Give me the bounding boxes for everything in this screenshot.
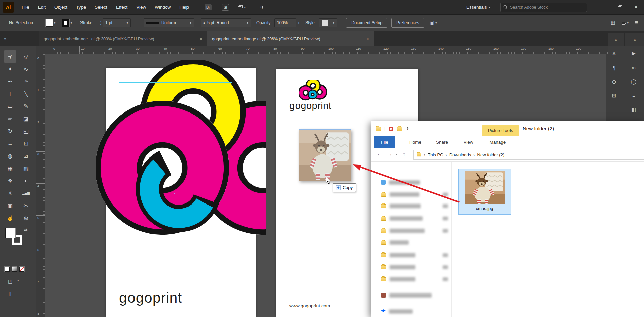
ribbon-tab-home[interactable]: Home xyxy=(405,136,426,148)
sidebar-item-2[interactable] xyxy=(381,204,448,208)
brush-definition-dropdown[interactable]: ● 5 pt. Round ▾ xyxy=(201,18,251,27)
gogoprint-logo-artwork-large[interactable] xyxy=(96,60,266,317)
breadcrumb-new-folder-(2)[interactable]: New folder (2) xyxy=(477,152,505,157)
sidebar-item-9[interactable] xyxy=(381,293,448,298)
breadcrumb-downloads[interactable]: Downloads xyxy=(449,152,471,157)
sidebar-item-1[interactable] xyxy=(381,192,448,197)
tool-mesh[interactable]: ▦ xyxy=(4,162,16,175)
sidebar-item-5[interactable] xyxy=(381,240,448,245)
stroke-weight-stepper[interactable]: ▴ ▾ xyxy=(100,20,102,25)
tool-hand[interactable]: ☝ xyxy=(4,212,16,224)
illustrator-app-icon[interactable]: Ai xyxy=(3,2,14,13)
tool-free-transform[interactable]: ⊡ xyxy=(20,137,32,150)
gradient-panel[interactable]: ◧ xyxy=(623,103,644,117)
menu-object[interactable]: Object xyxy=(50,0,72,15)
arrange-documents-icon[interactable]: ▾ xyxy=(238,5,246,9)
sidebar-item-4[interactable] xyxy=(381,229,448,233)
gradient-mode-button[interactable] xyxy=(12,267,17,272)
recent-locations-icon[interactable]: ▾ xyxy=(396,153,397,156)
qat-icon-red[interactable] xyxy=(389,127,393,131)
bridge-icon[interactable]: Br xyxy=(205,4,212,10)
tool-perspective-grid[interactable]: ⊿ xyxy=(20,150,32,162)
tool-selection[interactable]: ➤ xyxy=(4,50,16,63)
minimize-button[interactable]: — xyxy=(596,0,612,15)
menu-edit[interactable]: Edit xyxy=(34,0,50,15)
tool-magic-wand[interactable]: ✦ xyxy=(4,63,16,75)
sidebar-item-3[interactable] xyxy=(381,216,448,221)
color-panel[interactable]: ◒ xyxy=(623,89,644,103)
brand-wordmark-small[interactable]: gogoprint xyxy=(289,101,331,111)
file-item-xmas[interactable]: xmas.jpg xyxy=(458,169,511,215)
up-icon[interactable]: ↑ xyxy=(402,151,405,157)
close-button[interactable]: × xyxy=(628,0,644,15)
screen-mode-button[interactable]: ▯ xyxy=(9,291,11,296)
tool-lasso[interactable]: ∿ xyxy=(20,63,32,75)
tool-eraser[interactable]: ◪ xyxy=(20,112,32,125)
tool-slice[interactable]: ✂ xyxy=(20,199,32,212)
align-options-dropdown[interactable]: ▣ ▾ xyxy=(430,20,437,26)
menu-type[interactable]: Type xyxy=(72,0,90,15)
menu-effect[interactable]: Effect xyxy=(112,0,132,15)
tool-eyedropper[interactable]: ❖ xyxy=(4,175,16,187)
opentype-panel[interactable]: O xyxy=(606,75,623,89)
toolbar-collapse-icon[interactable]: « xyxy=(4,36,6,41)
links-panel[interactable]: ∞ xyxy=(623,60,644,75)
tool-type[interactable]: T xyxy=(4,88,16,100)
panel-menu-icon[interactable]: ≡ xyxy=(635,19,638,26)
menu-file[interactable]: File xyxy=(17,0,34,15)
tool-line-segment[interactable]: ╲ xyxy=(20,88,32,100)
ribbon-tab-view[interactable]: View xyxy=(459,136,478,148)
workspace-switcher[interactable]: Essentials ▾ xyxy=(466,5,490,10)
tool-gradient[interactable]: ▨ xyxy=(20,162,32,175)
appearance-panel[interactable]: ◯ xyxy=(623,75,644,89)
opacity-flyout-icon[interactable]: › xyxy=(298,20,299,25)
document-setup-button[interactable]: Document Setup xyxy=(346,18,387,28)
search-input[interactable] xyxy=(510,5,577,10)
tool-column-graph[interactable]: ▂▅▇ xyxy=(20,187,32,199)
sidebar-item-8[interactable] xyxy=(381,277,448,281)
tool-pencil[interactable]: ✏ xyxy=(4,112,16,125)
toolbar-overflow-button[interactable]: ⋯ xyxy=(9,303,13,308)
preferences-button[interactable]: Preferences xyxy=(391,18,424,28)
ribbon-tab-share[interactable]: Share xyxy=(431,136,453,148)
swap-fill-stroke-icon[interactable]: ⇄ xyxy=(24,228,27,232)
website-text[interactable]: www.gogoprint.com xyxy=(289,303,330,308)
tool-width[interactable]: ↔ xyxy=(4,137,16,150)
paragraph-panel[interactable]: ¶ xyxy=(606,60,623,75)
sidebar-item-7[interactable] xyxy=(381,265,448,269)
transform-panel[interactable]: ⊞ xyxy=(606,89,623,103)
menu-select[interactable]: Select xyxy=(90,0,112,15)
tool-scale[interactable]: ◱ xyxy=(20,125,32,137)
tool-rotate[interactable]: ↻ xyxy=(4,125,16,137)
tool-rectangle[interactable]: ▭ xyxy=(4,100,16,112)
document-arrange-dropdown[interactable]: ▾ xyxy=(622,21,629,25)
tab-close-icon[interactable]: × xyxy=(200,36,202,42)
tool-artboard[interactable]: ▣ xyxy=(4,199,16,212)
menu-view[interactable]: View xyxy=(132,0,150,15)
document-tab-2[interactable]: gogoprint_embedimage.ai @ 296% (CMYK/GPU… xyxy=(207,31,374,46)
actions-panel[interactable]: ▶ xyxy=(623,46,644,60)
draw-mode-button[interactable]: ◳ xyxy=(8,279,12,284)
tool-direct-selection[interactable]: ▷ xyxy=(20,50,32,63)
menu-window[interactable]: Window xyxy=(150,0,175,15)
back-icon[interactable]: ← xyxy=(377,151,382,157)
qat-folder-icon[interactable] xyxy=(397,127,402,131)
sidebar-item-6[interactable] xyxy=(381,253,448,257)
ribbon-tab-manage[interactable]: Manage xyxy=(486,136,510,148)
sidebar-item-0[interactable] xyxy=(381,180,448,185)
tool-blend[interactable]: ◐ xyxy=(20,175,32,187)
tool-shape-builder[interactable]: ◍ xyxy=(4,150,16,162)
dock-collapse-outer[interactable]: « xyxy=(625,33,644,46)
character-panel[interactable]: A xyxy=(606,46,623,60)
forward-icon[interactable]: → xyxy=(387,151,392,157)
picture-tools-contextual-tab[interactable]: Picture Tools xyxy=(482,125,519,136)
tool-paintbrush[interactable]: ✎ xyxy=(20,100,32,112)
ribbon-tab-file[interactable]: File xyxy=(374,136,395,148)
menu-help[interactable]: Help xyxy=(175,0,193,15)
style-dropdown[interactable]: ▾ xyxy=(319,18,337,27)
grid-options-icon[interactable]: ▦ xyxy=(610,20,615,26)
opacity-field[interactable]: 100% xyxy=(274,18,296,27)
tool-pen[interactable]: ✒ xyxy=(4,75,16,88)
restore-button[interactable] xyxy=(612,0,628,15)
stroke-weight-dropdown[interactable]: 1 pt ▾ xyxy=(103,18,131,27)
